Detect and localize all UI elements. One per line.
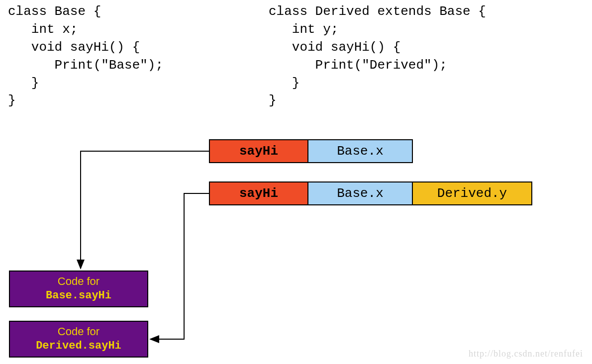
code-derived-class: class Derived extends Base { int y; void… <box>269 3 486 110</box>
code-box-derived-sayhi: Code for Derived.sayHi <box>9 321 148 358</box>
code-box-method: Derived.sayHi <box>36 339 121 354</box>
code-base-class: class Base { int x; void sayHi() { Print… <box>8 3 163 110</box>
object-layout-base: sayHi Base.x <box>209 139 413 163</box>
code-box-base-sayhi: Code for Base.sayHi <box>9 271 148 307</box>
vtable-slot-sayhi: sayHi <box>209 182 308 205</box>
field-base-x: Base.x <box>308 139 413 163</box>
vtable-slot-sayhi: sayHi <box>209 139 308 163</box>
field-base-x: Base.x <box>308 182 413 205</box>
code-box-method: Base.sayHi <box>46 289 111 303</box>
code-box-label: Code for <box>58 325 99 339</box>
code-box-label: Code for <box>58 274 99 289</box>
object-layout-derived: sayHi Base.x Derived.y <box>209 182 532 205</box>
field-derived-y: Derived.y <box>413 182 532 205</box>
watermark-text: http://blog.csdn.net/renfufei <box>469 349 583 359</box>
